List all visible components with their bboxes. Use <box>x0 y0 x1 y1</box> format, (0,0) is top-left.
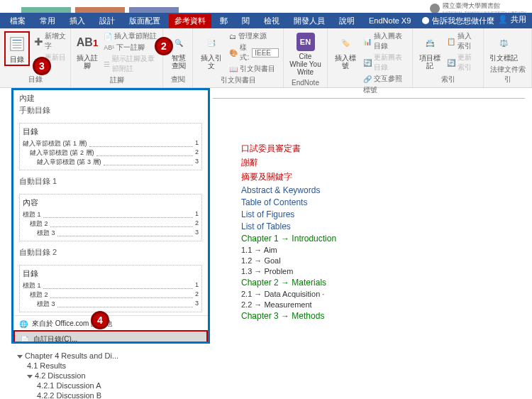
plus-icon: ➕ <box>34 38 43 45</box>
insert-index[interactable]: 📋插入索引 <box>447 31 479 51</box>
toc-preview-manual[interactable]: 目錄 鍵入章節標題 (第 1 層)1 鍵入章節標題 (第 2 層)2 鍵入章節標… <box>13 120 208 173</box>
doc-line[interactable]: List of Figures <box>241 209 511 219</box>
group-index-label: 索引 <box>417 73 479 84</box>
doc-line[interactable]: 1.2 → Goal <box>241 256 511 265</box>
doc-line[interactable]: 1.1 → Aim <box>241 246 511 254</box>
insert-footnote-label: 插入註腳 <box>77 54 98 70</box>
doc-line[interactable]: Chapter 1 → Introduction <box>241 234 511 244</box>
nav-results[interactable]: 4.1 Results <box>11 361 153 371</box>
insert-caption-button[interactable]: 🏷️ 插入標號 <box>332 31 359 71</box>
ab-small-icon: AB¹ <box>104 44 114 51</box>
toc-bottom-menu: 🌐來自於 Office.com 的其他 📄自訂目錄(C)... 🗑移除目錄(R)… <box>13 315 208 344</box>
mark-entry-label: 項目標記 <box>419 54 441 70</box>
crossref-icon: 🔗 <box>363 75 372 83</box>
toc-button-label: 目錄 <box>10 55 24 63</box>
tell-me-search[interactable]: 告訴我您想做什麼 <box>422 16 494 26</box>
toc-builtin-label: 內建 <box>19 93 202 104</box>
mark-citation-button[interactable]: ⚖️ 引文標記 <box>488 31 519 63</box>
next-footnote[interactable]: AB¹下一註腳 <box>104 43 158 53</box>
insert-index-icon: 📋 <box>447 38 455 45</box>
share-label: 共用 <box>511 14 526 25</box>
tell-me-label: 告訴我您想做什麼 <box>432 16 494 26</box>
doc-line[interactable]: 1.3 → Problem <box>241 267 511 275</box>
nav-discussion-a[interactable]: 4.2.1 Discussion A <box>11 381 153 390</box>
toc-preview-auto1[interactable]: 內容 標題 11 標題 22 標題 33 <box>13 191 208 244</box>
cwyw-label: Cite While You Write <box>289 53 321 76</box>
nav-discussion-b[interactable]: 4.2.2 Discussion B <box>11 390 153 399</box>
insert-caption-label: 插入標號 <box>333 54 358 70</box>
toc-office-more[interactable]: 🌐來自於 Office.com 的其他 <box>13 316 208 332</box>
footnote-icon: AB1 <box>77 33 97 53</box>
insert-citation-button[interactable]: 📑 插入引文 <box>197 31 225 71</box>
doc-line[interactable]: Abstract & Keywords <box>241 185 511 195</box>
doc-line[interactable]: 摘要及關鍵字 <box>241 171 511 183</box>
index-icon: 📇 <box>420 33 440 53</box>
window-titlebar: 國立臺灣大學圖書館 NATIONAL TAIWAN UNIVERSITY LIB… <box>0 0 532 13</box>
mark-citation-label: 引文標記 <box>489 54 518 62</box>
toc-add-text[interactable]: ➕新增文字 <box>34 31 66 51</box>
doc-line[interactable]: List of Tables <box>241 222 511 231</box>
style-combo[interactable]: IEEE <box>252 48 279 58</box>
toc-button[interactable]: 目錄 <box>4 31 30 66</box>
toc-preview-auto2[interactable]: 目錄 標題 11 標題 22 標題 33 <box>13 262 208 315</box>
cross-reference[interactable]: 🔗交互參照 <box>363 74 408 84</box>
insert-citation-label: 插入引文 <box>199 54 223 70</box>
group-citation: 📑 插入引文 🗂管理來源 🎨樣式: IEEE 📖引文與書目 引文與書目 <box>193 28 284 87</box>
index-sub: 📋插入索引 🔄更新索引 <box>447 31 479 72</box>
tab-home[interactable]: 常用 <box>34 14 61 28</box>
doc-line[interactable]: 謝辭 <box>241 157 511 169</box>
endnote-en-icon: EN <box>297 33 315 51</box>
tab-view[interactable]: 檢視 <box>258 14 285 28</box>
insert-figure-toc[interactable]: 📊插入圖表目錄 <box>363 31 408 51</box>
tab-mailings-partial[interactable]: 郵 <box>214 14 233 28</box>
insert-endnote[interactable]: 📄插入章節附註 <box>104 31 158 41</box>
citation-icon: 📑 <box>201 33 221 53</box>
citation-sub: 🗂管理來源 🎨樣式: IEEE 📖引文與書目 <box>229 31 279 74</box>
doc-line[interactable]: 2.2 → Measurement <box>241 300 511 309</box>
tab-insert[interactable]: 插入 <box>64 14 91 28</box>
refresh-icon: 🔄 <box>363 59 372 67</box>
bibliography[interactable]: 📖引文與書目 <box>229 64 279 74</box>
citation-style[interactable]: 🎨樣式: IEEE <box>229 43 279 62</box>
lightbulb-icon <box>422 17 429 24</box>
update-figure-toc[interactable]: 🔄更新圖表目錄 <box>363 53 408 72</box>
excel-color-tabs <box>21 7 179 13</box>
nav-ch4[interactable]: Chapter 4 Results and Di... <box>11 351 153 361</box>
doc-line[interactable]: Chapter 3 → Methods <box>241 311 511 321</box>
tab-design[interactable]: 設計 <box>94 14 121 28</box>
group-footnote-label: 註腳 <box>75 74 158 85</box>
cwyw-button[interactable]: EN Cite While You Write <box>288 31 323 77</box>
tab-layout[interactable]: 版面配置 <box>123 14 166 28</box>
tab-help[interactable]: 說明 <box>333 14 360 28</box>
custom-toc-icon: 📄 <box>21 336 29 344</box>
biblio-icon: 📖 <box>229 65 238 73</box>
doc-line[interactable]: Table of Contents <box>241 197 511 207</box>
document-page[interactable]: 口試委員審定書謝辭摘要及關鍵字Abstract & KeywordsTable … <box>213 105 525 321</box>
doc-line[interactable]: 2.1 → Data Acquisition · <box>241 290 511 298</box>
annotation-badge-4: 4 <box>91 311 109 329</box>
tab-endnote[interactable]: EndNote X9 <box>363 15 416 26</box>
tab-file[interactable]: 檔案 <box>4 14 31 28</box>
tab-developer[interactable]: 開發人員 <box>288 14 331 28</box>
doc-line[interactable]: Chapter 2 → Materials <box>241 278 511 288</box>
group-authorities: ⚖️ 引文標記 法律文件索引 <box>484 28 532 87</box>
caption-icon: 🏷️ <box>336 33 355 53</box>
horizontal-ruler[interactable] <box>213 94 525 104</box>
show-notes[interactable]: ☰顯示註腳及章節附註 <box>104 54 158 74</box>
nav-discussion[interactable]: 4.2 Discussion <box>11 371 153 381</box>
toc-custom[interactable]: 📄自訂目錄(C)... <box>13 330 208 344</box>
toc-dropdown-panel: 內建 手動目錄 目錄 鍵入章節標題 (第 1 層)1 鍵入章節標題 (第 2 層… <box>11 88 210 344</box>
legal-icon: ⚖️ <box>494 33 514 53</box>
mark-entry-button[interactable]: 📇 項目標記 <box>417 31 443 71</box>
doc-line[interactable]: 口試委員審定書 <box>241 143 511 155</box>
tab-review-partial[interactable]: 閱 <box>236 14 255 28</box>
share-button[interactable]: 👤 共用 <box>498 14 526 25</box>
endnote-icon: 📄 <box>104 33 112 40</box>
manage-sources[interactable]: 🗂管理來源 <box>229 31 279 41</box>
document-area[interactable]: 口試委員審定書謝辭摘要及關鍵字Abstract & KeywordsTable … <box>213 105 525 399</box>
toc-auto1-label: 自動目錄 1 <box>19 176 202 187</box>
tab-references[interactable]: 參考資料 <box>169 14 211 28</box>
insert-footnote-button[interactable]: AB1 插入註腳 <box>75 31 99 71</box>
update-index[interactable]: 🔄更新索引 <box>447 53 479 72</box>
navigation-pane: Chapter 4 Results and Di... 4.1 Results … <box>11 351 153 399</box>
